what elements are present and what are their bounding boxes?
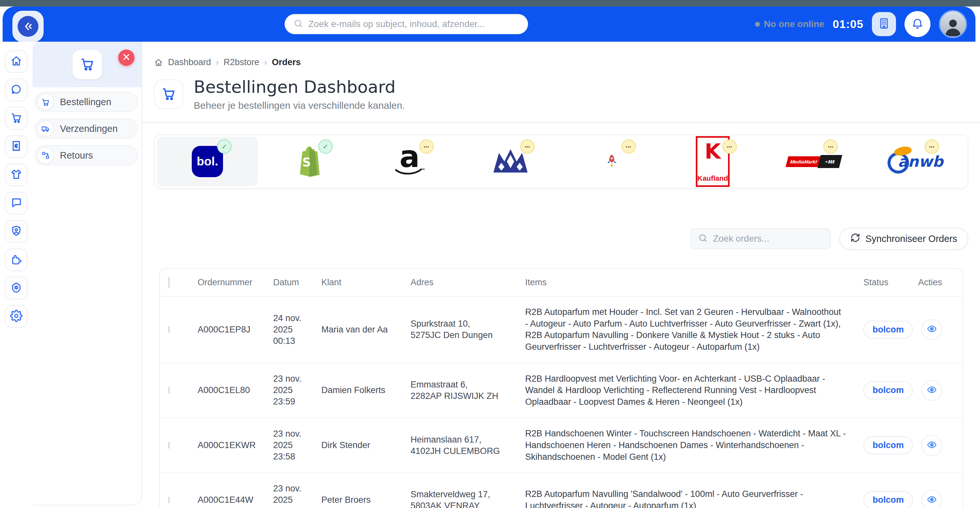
- table-header: Ordernummer Datum Klant Adres Items Stat…: [160, 269, 963, 297]
- order-items: R2B Autoparfum Navulling 'Sandalwood' - …: [525, 489, 861, 508]
- truck-icon: [37, 120, 54, 137]
- rail-integrations-button[interactable]: [5, 248, 28, 271]
- rail-home-button[interactable]: [5, 50, 28, 73]
- eye-icon: [927, 494, 937, 506]
- status-badge: bolcom: [864, 436, 913, 454]
- table-row[interactable]: A000C1EL80 23 nov. 2025 23:59 Damien Fol…: [160, 363, 963, 419]
- pending-dots-badge: •••: [419, 139, 434, 154]
- presence-status: No one online: [755, 19, 824, 29]
- header-divider: [142, 122, 980, 123]
- sync-orders-button[interactable]: Synchroniseer Orders: [839, 228, 968, 250]
- view-order-button[interactable]: [921, 380, 942, 401]
- search-icon: [293, 19, 303, 30]
- subnav-label: Bestellingen: [60, 97, 111, 107]
- view-order-button[interactable]: [921, 435, 942, 456]
- subnav: Bestellingen Verzendingen Retours: [33, 87, 142, 166]
- order-number: A000C1EP8J: [197, 324, 270, 335]
- rail-automation-button[interactable]: [5, 277, 28, 299]
- order-date: 23 nov. 2025 23:31: [273, 483, 319, 508]
- breadcrumb-orders: Orders: [272, 57, 301, 67]
- order-date: 23 nov. 2025 23:59: [273, 373, 319, 408]
- channel-amazon[interactable]: a •••: [359, 137, 460, 186]
- brain-cog-icon: [10, 281, 22, 295]
- status-badge: bolcom: [864, 381, 913, 399]
- app-logo[interactable]: [13, 11, 44, 42]
- chat-bubble-icon: [10, 83, 22, 97]
- orders-subpanel: Bestellingen Verzendingen Retours: [33, 42, 142, 505]
- browser-strip: [0, 0, 980, 6]
- page: No one online 01:05: [0, 0, 980, 508]
- order-items: R2B Handschoenen Winter - Touchscreen Ha…: [525, 428, 861, 463]
- col-ordernummer: Ordernummer: [197, 277, 270, 288]
- row-checkbox[interactable]: [168, 387, 170, 394]
- organization-button[interactable]: [872, 12, 896, 36]
- subnav-item-bestellingen[interactable]: Bestellingen: [35, 92, 138, 112]
- pending-dots-badge: •••: [823, 139, 838, 154]
- topbar: No one online 01:05: [3, 6, 975, 42]
- rail-chat-button[interactable]: [5, 78, 28, 101]
- cart-icon: [10, 111, 22, 125]
- sync-orders-label: Synchroniseer Orders: [865, 234, 957, 244]
- col-klant: Klant: [321, 277, 408, 288]
- subnav-label: Verzendingen: [60, 123, 118, 134]
- settings-gear-icon: [10, 310, 22, 323]
- shield-user-icon: [10, 225, 22, 238]
- table-row[interactable]: A000C1EP8J 24 nov. 2025 00:13 Maria van …: [160, 297, 963, 363]
- channel-crown-marketplace[interactable]: •••: [460, 137, 561, 186]
- view-order-button[interactable]: [921, 319, 942, 340]
- building-icon: [877, 17, 891, 31]
- select-all-checkbox[interactable]: [168, 277, 170, 288]
- subnav-item-retours[interactable]: Retours: [35, 145, 138, 166]
- main-content: Dashboard › R2bstore › Orders Bestelling…: [142, 42, 980, 508]
- global-search[interactable]: [285, 14, 528, 34]
- icon-rail: [0, 42, 33, 508]
- view-order-button[interactable]: [921, 490, 942, 508]
- channel-anwb[interactable]: anwb •••: [864, 137, 965, 186]
- rail-products-button[interactable]: [5, 164, 28, 186]
- channel-rocket[interactable]: •••: [561, 137, 662, 186]
- rail-accounts-button[interactable]: [5, 220, 28, 243]
- subnav-label: Retours: [60, 150, 93, 161]
- eye-icon: [927, 324, 937, 335]
- col-adres: Adres: [410, 277, 523, 288]
- presence-dot-icon: [755, 22, 760, 27]
- table-row[interactable]: A000C1E44W 23 nov. 2025 23:31 Peter Broe…: [160, 473, 963, 508]
- order-items: R2B Hardloopvest met Verlichting Voor- e…: [525, 373, 861, 408]
- channel-shopify[interactable]: S ✓: [258, 137, 359, 186]
- return-boxes-icon: [37, 147, 54, 164]
- orders-table: Ordernummer Datum Klant Adres Items Stat…: [159, 268, 963, 508]
- rail-settings-button[interactable]: [5, 305, 28, 328]
- channel-bolcom[interactable]: bol. ✓: [157, 137, 258, 186]
- rail-orders-button[interactable]: [5, 107, 28, 130]
- user-avatar[interactable]: [939, 10, 967, 38]
- orders-toolbar: Synchroniseer Orders: [154, 228, 968, 250]
- rail-messages-button[interactable]: [5, 192, 28, 215]
- connected-check-badge: ✓: [318, 139, 333, 154]
- home-icon: [154, 58, 163, 67]
- order-number: A000C1EL80: [197, 385, 270, 396]
- col-items: Items: [525, 277, 861, 288]
- channel-kaufland[interactable]: K Kaufland •••: [662, 137, 763, 186]
- orders-search[interactable]: [690, 228, 831, 249]
- orders-search-input[interactable]: [713, 234, 830, 244]
- row-checkbox[interactable]: [168, 326, 170, 333]
- breadcrumb-r2bstore[interactable]: R2bstore: [224, 57, 259, 67]
- app-logo-icon: [18, 16, 38, 37]
- notifications-button[interactable]: [904, 11, 931, 37]
- global-search-input[interactable]: [308, 19, 519, 29]
- order-date: 24 nov. 2025 00:13: [273, 313, 319, 347]
- receipt-euro-icon: [10, 140, 22, 153]
- channel-mediamarkt[interactable]: MediaMarkt ◂ ▮▮▮ •••: [763, 137, 864, 186]
- table-row[interactable]: A000C1EKWR 23 nov. 2025 23:58 Dirk Stend…: [160, 418, 963, 473]
- rail-invoices-button[interactable]: [5, 135, 28, 158]
- mediamarkt-logo: MediaMarkt ◂ ▮▮▮: [787, 155, 841, 168]
- breadcrumb-dashboard[interactable]: Dashboard: [168, 57, 211, 67]
- close-subpanel-button[interactable]: [118, 49, 134, 66]
- subnav-item-verzendingen[interactable]: Verzendingen: [35, 119, 138, 139]
- col-status: Status: [864, 277, 916, 288]
- orders-module-icon-card: [72, 49, 102, 80]
- row-checkbox[interactable]: [168, 497, 170, 503]
- row-checkbox[interactable]: [168, 442, 170, 449]
- page-title: Bestellingen Dashboard: [194, 77, 405, 97]
- customer-address: Smakterveldweg 17, 5803AK VENRAY: [410, 489, 523, 508]
